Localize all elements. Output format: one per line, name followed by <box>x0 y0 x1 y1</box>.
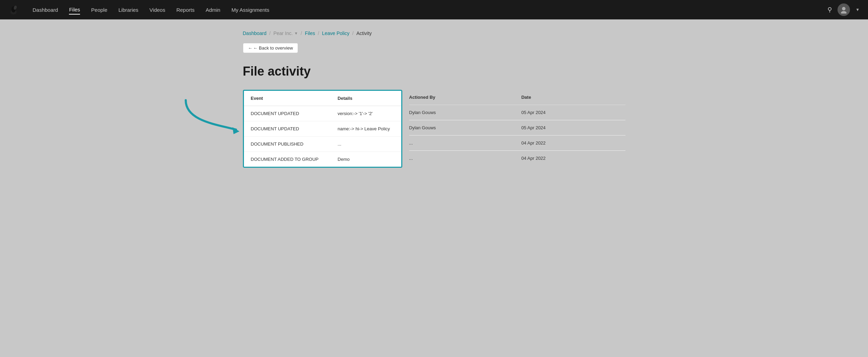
nav-admin[interactable]: Admin <box>205 6 220 14</box>
breadcrumb-dashboard[interactable]: Dashboard <box>243 31 267 36</box>
avatar-dropdown-icon[interactable]: ▼ <box>856 7 860 12</box>
nav-my-assignments[interactable]: My Assignments <box>231 6 269 14</box>
nav-files[interactable]: Files <box>69 5 80 15</box>
navbar: Dashboard Files People Libraries Videos … <box>0 0 868 19</box>
breadcrumb-leave-policy[interactable]: Leave Policy <box>322 31 349 36</box>
actioned-by-cell: Dylan Gouws <box>409 120 521 136</box>
avatar[interactable] <box>838 3 850 16</box>
breadcrumb-org[interactable]: Pear Inc. ▼ <box>273 31 298 36</box>
actioned-by-cell: Dylan Gouws <box>409 105 521 120</box>
table-row: DOCUMENT PUBLISHED ... <box>244 137 401 152</box>
col-date-header: Date <box>521 90 625 105</box>
date-cell: 04 Apr 2022 <box>521 136 625 151</box>
svg-point-4 <box>841 11 847 14</box>
details-cell: ... <box>331 137 401 152</box>
nav-libraries[interactable]: Libraries <box>119 6 139 14</box>
nav-people[interactable]: People <box>91 6 107 14</box>
breadcrumb: Dashboard / Pear Inc. ▼ / Files / Leave … <box>243 31 625 36</box>
page-title: File activity <box>243 64 625 79</box>
svg-marker-5 <box>233 127 239 134</box>
details-cell: Demo <box>331 152 401 167</box>
table-row: Dylan Gouws 05 Apr 2024 <box>409 105 625 120</box>
details-cell: version:-> '1'-> '2' <box>331 106 401 121</box>
back-arrow-icon: ← <box>248 45 253 51</box>
nav-reports[interactable]: Reports <box>176 6 195 14</box>
table-row: ... 04 Apr 2022 <box>409 136 625 151</box>
activity-table-right: Actioned By Date Dylan Gouws 05 Apr 2024… <box>402 90 625 166</box>
app-logo <box>8 5 19 15</box>
table-row: Dylan Gouws 05 Apr 2024 <box>409 120 625 136</box>
arrow-annotation <box>175 93 245 138</box>
date-cell: 05 Apr 2024 <box>521 120 625 136</box>
details-cell: name:-> hi-> Leave Policy <box>331 121 401 137</box>
activity-table-highlighted: Event Details DOCUMENT UPDATED version:-… <box>243 90 402 168</box>
back-to-overview-button[interactable]: ← ← Back to overview <box>243 43 298 53</box>
col-actioned-by-header: Actioned By <box>409 90 521 105</box>
date-cell: 05 Apr 2024 <box>521 105 625 120</box>
col-details-header: Details <box>331 91 401 106</box>
nav-videos[interactable]: Videos <box>149 6 165 14</box>
page-content: Dashboard / Pear Inc. ▼ / Files / Leave … <box>226 19 642 179</box>
event-cell: DOCUMENT UPDATED <box>244 121 331 137</box>
col-event-header: Event <box>244 91 331 106</box>
search-icon[interactable]: ⚲ <box>827 6 832 14</box>
table-row: ... 04 Apr 2022 <box>409 151 625 166</box>
actioned-by-cell: ... <box>409 151 521 166</box>
event-cell: DOCUMENT UPDATED <box>244 106 331 121</box>
table-row: DOCUMENT UPDATED version:-> '1'-> '2' <box>244 106 401 121</box>
table-row: DOCUMENT ADDED TO GROUP Demo <box>244 152 401 167</box>
event-cell: DOCUMENT PUBLISHED <box>244 137 331 152</box>
table-row: DOCUMENT UPDATED name:-> hi-> Leave Poli… <box>244 121 401 137</box>
chevron-down-icon: ▼ <box>294 31 298 35</box>
event-cell: DOCUMENT ADDED TO GROUP <box>244 152 331 167</box>
svg-point-3 <box>842 7 845 10</box>
nav-dashboard[interactable]: Dashboard <box>33 6 58 14</box>
date-cell: 04 Apr 2022 <box>521 151 625 166</box>
actioned-by-cell: ... <box>409 136 521 151</box>
breadcrumb-files[interactable]: Files <box>305 31 315 36</box>
breadcrumb-current: Activity <box>356 31 371 36</box>
